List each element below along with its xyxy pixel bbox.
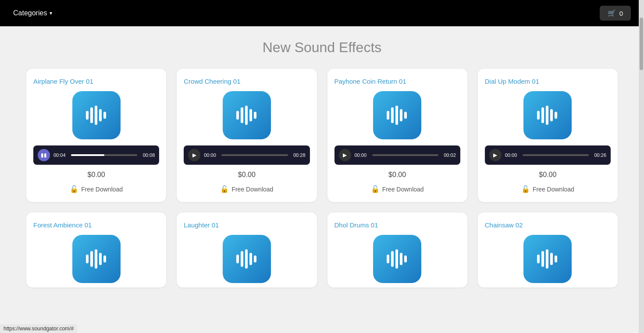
svg-rect-15 — [537, 111, 540, 120]
card-title-6: Laughter 01 — [184, 221, 219, 229]
svg-rect-22 — [95, 249, 97, 269]
svg-rect-26 — [241, 251, 243, 267]
svg-rect-27 — [245, 249, 248, 269]
header: Categories ▾ 🛒 0 — [0, 0, 644, 26]
play-button-2[interactable]: ▶ — [188, 149, 200, 161]
svg-rect-0 — [86, 111, 89, 120]
card-title-2: Crowd Cheering 01 — [184, 78, 240, 85]
audio-player-1: ▮▮ 00:04 00:08 — [33, 145, 159, 165]
svg-rect-31 — [391, 251, 394, 267]
download-link-2[interactable]: 🔓 Free Download — [220, 185, 273, 193]
categories-label: Categories — [13, 9, 47, 17]
pause-button-1[interactable]: ▮▮ — [38, 149, 50, 161]
time-total-1: 00:08 — [141, 152, 155, 158]
download-icon-3: 🔓 — [371, 185, 380, 193]
scrollbar-thumb[interactable] — [640, 18, 643, 70]
time-current-2: 00:00 — [204, 152, 218, 158]
download-link-4[interactable]: 🔓 Free Download — [521, 185, 574, 193]
chevron-down-icon: ▾ — [50, 10, 52, 16]
play-button-4[interactable]: ▶ — [489, 149, 502, 161]
sound-icon-1 — [72, 91, 121, 139]
sound-icon-6 — [223, 235, 271, 283]
download-icon-2: 🔓 — [220, 185, 229, 193]
status-bar: https://www.soundgator.com/# — [0, 324, 77, 333]
card-title-5: Forest Ambience 01 — [33, 221, 92, 229]
svg-rect-1 — [90, 107, 93, 123]
svg-rect-37 — [546, 249, 548, 269]
play-button-3[interactable]: ▶ — [339, 149, 351, 161]
progress-bar-4[interactable] — [523, 154, 589, 156]
download-label-4: Free Download — [533, 186, 574, 193]
sound-icon-4 — [523, 91, 572, 139]
audio-player-4: ▶ 00:00 00:26 — [485, 145, 611, 165]
svg-rect-13 — [400, 109, 402, 121]
sound-card-4: Dial Up Modem 01 ▶ 00:00 00:26 $0.00 — [478, 69, 618, 202]
sound-icon-7 — [373, 235, 421, 283]
svg-rect-3 — [99, 109, 102, 121]
download-link-1[interactable]: 🔓 Free Download — [70, 185, 123, 193]
sound-icon-3 — [373, 91, 421, 139]
svg-rect-20 — [86, 255, 89, 263]
audio-player-3: ▶ 00:00 00:02 — [334, 145, 460, 165]
status-url: https://www.soundgator.com/# — [4, 326, 74, 332]
svg-rect-9 — [254, 112, 256, 119]
price-4: $0.00 — [539, 171, 556, 179]
time-total-2: 00:28 — [292, 152, 306, 158]
download-label-2: Free Download — [231, 186, 273, 193]
svg-rect-11 — [391, 107, 394, 123]
progress-bar-1[interactable] — [71, 154, 137, 156]
svg-rect-18 — [550, 109, 553, 121]
svg-rect-2 — [95, 106, 97, 125]
svg-rect-24 — [103, 255, 106, 262]
categories-button[interactable]: Categories ▾ — [13, 9, 52, 17]
svg-rect-36 — [541, 251, 544, 267]
svg-rect-23 — [99, 253, 102, 265]
svg-rect-5 — [236, 111, 239, 120]
sound-card-6: Laughter 01 — [177, 213, 317, 287]
download-link-3[interactable]: 🔓 Free Download — [371, 185, 424, 193]
svg-rect-39 — [555, 255, 557, 262]
svg-rect-17 — [546, 106, 548, 125]
svg-rect-35 — [537, 255, 540, 263]
price-2: $0.00 — [238, 171, 256, 179]
cards-grid-row1: Airplane Fly Over 01 ▮▮ 00:04 00:08 $0.0 — [26, 69, 618, 202]
card-title-4: Dial Up Modem 01 — [485, 78, 539, 85]
svg-rect-10 — [387, 111, 389, 120]
svg-rect-7 — [245, 106, 248, 125]
time-total-3: 00:02 — [442, 152, 456, 158]
card-title-3: Payhone Coin Return 01 — [334, 78, 406, 85]
card-title-1: Airplane Fly Over 01 — [33, 78, 93, 85]
sound-card-1: Airplane Fly Over 01 ▮▮ 00:04 00:08 $0.0 — [26, 69, 166, 202]
time-total-4: 00:26 — [592, 152, 606, 158]
svg-rect-29 — [254, 255, 256, 262]
sound-icon-2 — [223, 91, 271, 139]
main-content: New Sound Effects Airplane Fly Over 01 ▮… — [0, 26, 644, 301]
svg-rect-6 — [241, 107, 243, 123]
svg-rect-34 — [404, 255, 407, 262]
svg-rect-28 — [249, 253, 252, 265]
progress-bar-2[interactable] — [221, 154, 288, 156]
scrollbar[interactable] — [639, 0, 644, 333]
time-current-1: 00:04 — [53, 152, 68, 158]
svg-rect-32 — [395, 249, 398, 269]
card-title-8: Chainsaw 02 — [485, 221, 523, 229]
sound-card-7: Dhol Drums 01 — [327, 213, 467, 287]
svg-rect-12 — [395, 106, 398, 125]
download-label-3: Free Download — [382, 186, 424, 193]
sound-card-5: Forest Ambience 01 — [26, 213, 166, 287]
sound-card-3: Payhone Coin Return 01 ▶ 00:00 00:02 $0. — [327, 69, 467, 202]
sound-icon-5 — [72, 235, 121, 283]
svg-rect-21 — [90, 251, 93, 267]
price-3: $0.00 — [388, 171, 406, 179]
svg-rect-16 — [541, 107, 544, 123]
download-icon-4: 🔓 — [521, 185, 530, 193]
time-current-3: 00:00 — [355, 152, 369, 158]
page-title: New Sound Effects — [26, 39, 618, 56]
progress-bar-3[interactable] — [372, 154, 438, 156]
cart-count: 0 — [619, 10, 623, 17]
cart-button[interactable]: 🛒 0 — [600, 6, 631, 21]
price-1: $0.00 — [88, 171, 105, 179]
svg-rect-14 — [404, 112, 407, 119]
cart-icon: 🛒 — [608, 9, 616, 17]
cards-grid-row2: Forest Ambience 01 Laughter 01 — [26, 213, 618, 287]
